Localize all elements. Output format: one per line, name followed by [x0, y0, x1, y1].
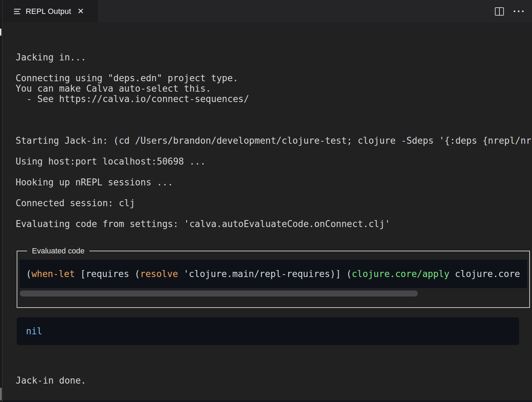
output-line: Starting Jack-in: (cd /Users/brandon/dev… — [16, 135, 532, 146]
tab-title: REPL Output — [26, 7, 71, 16]
code-segment: ( — [26, 269, 32, 279]
editor-tab-bar: REPL Output ✕ — [2, 0, 532, 23]
evaluated-code-legend: Evaluated code — [27, 246, 89, 256]
horizontal-scrollbar-thumb[interactable] — [20, 291, 418, 296]
output-line: Connected session: clj — [16, 198, 532, 208]
output-lines-icon — [14, 8, 21, 15]
close-icon[interactable]: ✕ — [77, 7, 84, 15]
split-editor-icon[interactable] — [495, 7, 504, 16]
code-segment-keyword: resolve — [140, 269, 178, 279]
output-line: Connecting using "deps.edn" project type… — [16, 73, 532, 83]
output-line: Jacking in... — [16, 52, 532, 62]
editor-actions — [495, 0, 524, 23]
panel-left-edge — [0, 0, 2, 402]
tab-repl-output[interactable]: REPL Output ✕ — [2, 0, 98, 23]
left-scrollbar-handle-bottom[interactable] — [0, 388, 2, 400]
evaluation-result-box: nil — [17, 317, 519, 345]
evaluated-code-block: (when-let [requires (resolve 'clojure.ma… — [19, 260, 527, 288]
repl-output-content: Jacking in... Connecting using "deps.edn… — [3, 23, 532, 402]
left-scrollbar-handle[interactable] — [0, 28, 1, 36]
output-line: Jack-in done. — [16, 375, 532, 386]
bottom-panel-edge — [3, 400, 532, 402]
result-value: nil — [26, 326, 42, 336]
output-line: Using host:port localhost:50698 ... — [16, 156, 532, 167]
code-segment-function: clojure.core/apply — [352, 269, 449, 279]
more-actions-icon[interactable] — [514, 10, 524, 12]
code-segment: [requires ( — [75, 269, 140, 279]
code-segment: 'clojure.main/repl-requires)] ( — [178, 269, 352, 279]
output-line: Hooking up nREPL sessions ... — [16, 177, 532, 187]
output-line: Evaluating code from settings: 'calva.au… — [16, 219, 532, 229]
code-segment: clojure.core — [449, 269, 520, 279]
output-line: - See https://calva.io/connect-sequences… — [16, 94, 532, 104]
code-segment-keyword: when-let — [32, 269, 75, 279]
output-line: You can make Calva auto-select this. — [16, 83, 532, 94]
evaluated-code-panel: Evaluated code (when-let [requires (reso… — [17, 246, 530, 308]
